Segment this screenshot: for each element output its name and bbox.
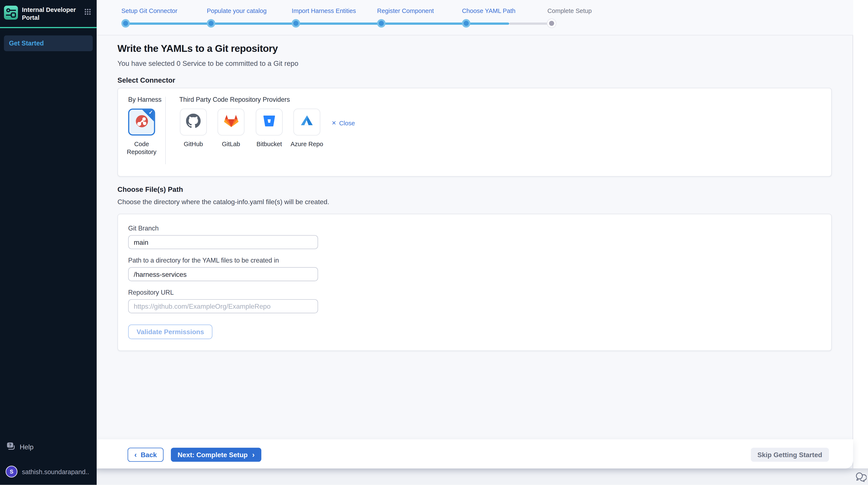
choose-path-heading: Choose File(s) Path [117, 186, 832, 194]
step-label-complete-setup: Complete Setup [548, 7, 592, 14]
step-label-register-component[interactable]: Register Component [377, 7, 434, 14]
next-label: Next: Complete Setup [178, 451, 248, 459]
back-button[interactable]: ‹ Back [128, 448, 164, 462]
sidebar-user[interactable]: S sathish.soundarapand... [5, 466, 92, 478]
step-dot-3[interactable] [291, 19, 300, 28]
page-title: Write the YAMLs to a Git repository [117, 43, 832, 55]
connector-tile-code-repository[interactable]: ✓ [128, 109, 155, 136]
footer-bar: ‹ Back Next: Complete Setup › Skip Getti… [97, 439, 853, 468]
connector-card: By Harness Third Party Code Repository P… [117, 88, 832, 176]
choose-path-description: Choose the directory where the catalog-i… [117, 198, 832, 206]
page-bottom-strip [97, 468, 868, 485]
github-icon [186, 114, 200, 131]
tile-label-azure-repo: Azure Repo [288, 140, 326, 148]
yaml-directory-label: Path to a directory for the YAML files t… [128, 257, 821, 264]
idp-logo-icon [4, 5, 18, 20]
repository-url-label: Repository URL [128, 289, 821, 296]
user-name: sathish.soundarapand... [22, 468, 89, 475]
next-complete-setup-button[interactable]: Next: Complete Setup › [171, 448, 261, 462]
close-button[interactable]: ✕ Close [332, 120, 355, 126]
step-dot-6 [547, 19, 556, 28]
step-label-populate-your-catalog[interactable]: Populate your catalog [207, 7, 267, 14]
stepper-remaining-line [509, 22, 552, 25]
sidebar-item-get-started[interactable]: Get Started [4, 35, 93, 51]
apps-grid-icon[interactable] [84, 7, 91, 18]
step-label-import-harness-entities[interactable]: Import Harness Entities [292, 7, 356, 14]
help-bubble-icon: ? [6, 442, 15, 452]
skip-getting-started-button[interactable]: Skip Getting Started [751, 448, 829, 462]
repository-url-input[interactable] [128, 299, 318, 313]
third-party-label: Third Party Code Repository Providers [179, 96, 290, 103]
avatar: S [5, 466, 18, 478]
connector-tile-github[interactable] [180, 109, 207, 136]
back-label: Back [141, 451, 157, 459]
step-dot-1[interactable] [121, 19, 130, 28]
stepper-header: Setup Git Connector Populate your catalo… [97, 0, 853, 35]
step-dot-5[interactable] [462, 19, 470, 28]
chevron-left-icon: ‹ [134, 451, 137, 458]
connector-tile-azure-repo[interactable] [293, 109, 320, 136]
chevron-right-icon: › [252, 451, 255, 458]
tile-label-code-repository: Code Repository [123, 140, 161, 156]
step-label-choose-yaml-path[interactable]: Choose YAML Path [462, 7, 516, 14]
azure-icon [300, 114, 314, 131]
close-label: Close [339, 120, 355, 126]
choose-path-card: Git Branch Path to a directory for the Y… [117, 214, 832, 351]
sidebar: Internal Developer Portal Get Started ? [0, 0, 97, 485]
sidebar-divider [0, 27, 97, 28]
step-dot-4[interactable] [377, 19, 385, 28]
by-harness-label: By Harness [128, 96, 161, 103]
tile-label-bitbucket: Bitbucket [250, 140, 288, 148]
app-title: Internal Developer Portal [22, 5, 80, 22]
step-dot-2[interactable] [207, 19, 215, 28]
group-divider [165, 97, 166, 164]
help-label: Help [20, 443, 34, 451]
yaml-directory-input[interactable] [128, 267, 318, 281]
page-subtitle: You have selected 0 Service to be commit… [117, 60, 832, 67]
connector-tile-bitbucket[interactable] [256, 109, 283, 136]
tile-label-github: GitHub [174, 140, 213, 148]
sidebar-help[interactable]: ? Help [6, 442, 92, 452]
tile-label-gitlab: GitLab [212, 140, 250, 148]
git-branch-label: Git Branch [128, 225, 821, 232]
connector-tile-gitlab[interactable] [218, 109, 245, 136]
step-label-setup-git-connector[interactable]: Setup Git Connector [121, 7, 178, 14]
app-window: Internal Developer Portal Get Started ? [0, 0, 868, 485]
scrollbar-gutter[interactable] [852, 0, 868, 468]
close-icon: ✕ [332, 120, 336, 126]
git-branch-input[interactable] [128, 235, 318, 249]
check-icon: ✓ [149, 110, 153, 115]
validate-permissions-button[interactable]: Validate Permissions [128, 324, 213, 339]
gitlab-icon [223, 113, 238, 131]
stepper-progress-line [125, 22, 509, 25]
svg-text:?: ? [9, 443, 11, 448]
chat-bubbles-icon[interactable] [855, 472, 867, 485]
bitbucket-icon [262, 114, 277, 131]
sidebar-nav: Get Started [0, 35, 97, 51]
select-connector-heading: Select Connector [117, 77, 832, 84]
main-content: Write the YAMLs to a Git repository You … [117, 35, 832, 351]
